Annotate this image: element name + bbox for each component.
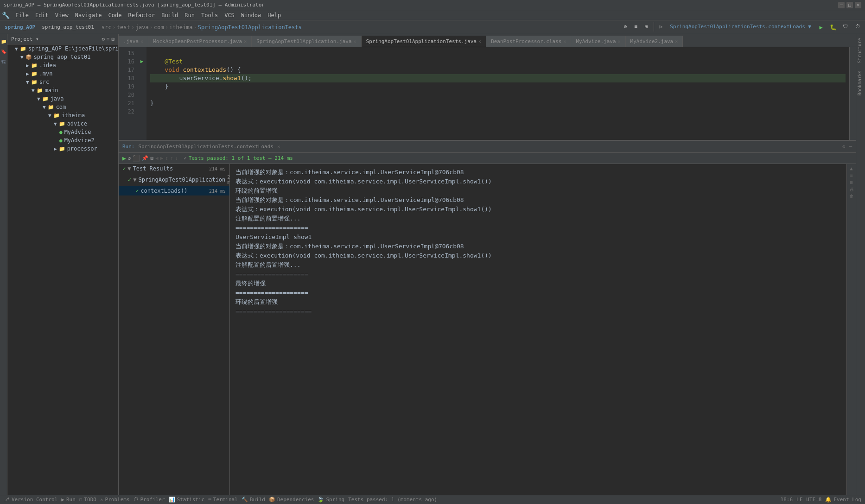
run-sidebar-icon-5[interactable]: 🗑 (849, 194, 854, 199)
run-btn[interactable]: ▶ (816, 22, 826, 32)
tab-advice2[interactable]: MyAdvice2.java × (626, 36, 683, 47)
run-sidebar-icon-1[interactable]: ▲ (850, 166, 852, 171)
run-settings-icon[interactable]: ⚙ (842, 144, 846, 150)
status-statistic[interactable]: 📊 Statistic (169, 497, 205, 503)
bookmark-icon[interactable]: 🔖 (0, 48, 7, 55)
project-tab-2[interactable]: spring_aop_test01 (39, 23, 97, 32)
run-pin-btn[interactable]: 📌 (142, 155, 148, 161)
tab-app[interactable]: SpringAopTest01Application.java × (252, 36, 361, 47)
tab-bpp[interactable]: BeanPostProcessor.class × (486, 36, 571, 47)
menu-vcs[interactable]: VCS (222, 11, 237, 19)
status-todo[interactable]: ☐ TODO (79, 497, 96, 503)
run-up-btn[interactable]: ↑ (170, 155, 173, 161)
run-play-btn[interactable]: ▶ (122, 155, 126, 162)
menu-run[interactable]: Run (182, 11, 197, 19)
tab-tests-close[interactable]: × (478, 39, 481, 44)
run-next-btn[interactable]: ▶ (160, 155, 164, 161)
menu-window[interactable]: Window (238, 11, 264, 19)
debug-btn[interactable]: 🐛 (828, 22, 838, 32)
tab-advice2-close[interactable]: × (675, 39, 678, 44)
run-stop-btn[interactable]: ⬛ (133, 155, 140, 162)
run-rerun-btn[interactable]: ↺ (128, 155, 131, 161)
status-build[interactable]: 🔨 Build (242, 497, 265, 503)
panel-list-icon[interactable]: ≡ (107, 36, 110, 42)
run-down-btn[interactable]: ↓ (175, 155, 178, 161)
menu-navigate[interactable]: Navigate (72, 11, 105, 19)
code-content[interactable]: @Test void contextLoads() { userService.… (146, 47, 849, 140)
profile-btn[interactable]: ⏱ (852, 22, 863, 32)
run-config-select[interactable]: SpringAopTest01ApplicationTests.contextL… (667, 22, 814, 32)
tab-app-close[interactable]: × (354, 39, 356, 44)
status-run-btn[interactable]: ▶ Run (61, 497, 76, 503)
status-problems[interactable]: ⚠ Problems (100, 497, 130, 503)
tree-advice[interactable]: ▼ 📁 advice (7, 120, 118, 128)
structure-tab[interactable]: Structure (856, 34, 865, 67)
tab-bpp-close[interactable]: × (563, 39, 566, 44)
tree-src[interactable]: ▼ 📁 src (7, 78, 118, 86)
run-sidebar-icon-4[interactable]: 🖨 (849, 187, 854, 192)
menu-refactor[interactable]: Refactor (125, 11, 158, 19)
project-tab-1[interactable]: spring_AOP (2, 23, 38, 32)
tree-myadvice2[interactable]: ● MyAdvice2 (7, 136, 118, 145)
test-method[interactable]: ✓ contextLoads() 214 ms (119, 186, 229, 195)
tab-advice1[interactable]: MyAdvice.java × (571, 36, 625, 47)
build-config-btn[interactable]: ▷ (657, 22, 666, 32)
menu-view[interactable]: View (52, 11, 71, 19)
editor-scrollbar[interactable] (849, 47, 856, 140)
tree-test01[interactable]: ▼ 📦 spring_aop_test01 (7, 53, 118, 61)
tree-spring-aop[interactable]: ▼ 📁 spring_AOP E:\jdeaFile\spring_AOP (7, 44, 118, 53)
settings-btn[interactable]: ⚙ (621, 22, 630, 32)
tree-myadvice[interactable]: ● MyAdvice (7, 128, 118, 136)
menu-code[interactable]: Code (106, 11, 125, 19)
status-profiler[interactable]: ⏱ Profiler (134, 497, 165, 503)
status-event-log[interactable]: 🔔 Event Log (825, 497, 861, 503)
maximize-btn[interactable]: □ (846, 2, 853, 8)
tab-mock[interactable]: MockAopBeanPostProcessor.java × (148, 36, 252, 47)
run-sidebar-icon-2[interactable]: ≡ (850, 173, 852, 178)
test-class[interactable]: ✓ ▼ SpringAopTest01Application 214 ms (119, 173, 229, 186)
list-btn[interactable]: ≡ (631, 22, 640, 32)
bookmarks-tab[interactable]: Bookmarks (856, 67, 865, 99)
tab-java-close[interactable]: × (140, 39, 143, 44)
run-close-tab[interactable]: × (277, 144, 280, 150)
run-filter-btn[interactable]: ⊞ (150, 155, 153, 161)
status-vcs[interactable]: ⎇ Version Control (4, 497, 57, 503)
run-sidebar-icon-3[interactable]: ⊞ (850, 180, 852, 185)
test-root[interactable]: ✓ ▼ Test Results 214 ms (119, 164, 229, 173)
tree-java[interactable]: ▼ 📁 java (7, 94, 118, 103)
status-terminal[interactable]: ⌨ Terminal (208, 497, 238, 503)
run-prev-btn[interactable]: ◀ (155, 155, 159, 161)
minimize-btn[interactable]: ─ (838, 2, 845, 8)
tree-com[interactable]: ▼ 📁 com (7, 103, 118, 111)
gear-btn[interactable]: ⊞ (642, 22, 651, 32)
panel-settings-icon[interactable]: ⚙ (102, 36, 105, 42)
panel-gear-icon[interactable]: ⊞ (111, 36, 114, 42)
tree-processor[interactable]: ▶ 📁 processor (7, 145, 118, 153)
status-spring[interactable]: 🍃 Spring (318, 497, 344, 503)
console-output[interactable]: 当前增强的对象是：com.itheima.service.impl.UserSe… (230, 164, 846, 495)
window-controls[interactable]: ─ □ ✕ (838, 2, 861, 8)
tree-idea[interactable]: ▶ 📁 .idea (7, 61, 118, 69)
status-dependencies[interactable]: 📦 Dependencies (269, 497, 314, 503)
run-minimize-icon[interactable]: ─ (849, 144, 852, 150)
coverage-btn[interactable]: 🛡 (840, 22, 851, 32)
tab-mock-close[interactable]: × (244, 39, 247, 44)
menu-tools[interactable]: Tools (198, 11, 221, 19)
tree-mvn[interactable]: ▶ 📁 .mvn (7, 69, 118, 78)
status-position[interactable]: 18:6 (781, 497, 793, 503)
menu-edit[interactable]: Edit (32, 11, 51, 19)
structure-icon[interactable]: 🏗 (0, 58, 7, 65)
tab-java[interactable]: .java × (119, 36, 148, 47)
status-encoding[interactable]: UTF-8 (806, 497, 821, 503)
menu-build[interactable]: Build (159, 11, 181, 19)
gutter-16-run[interactable]: ▶ (137, 57, 146, 66)
run-config-tab[interactable]: SpringAopTest01ApplicationTests.contextL… (139, 144, 273, 150)
menu-file[interactable]: File (13, 11, 32, 19)
menu-help[interactable]: Help (265, 11, 284, 19)
run-sort-btn[interactable]: ↕ (165, 155, 168, 161)
close-btn[interactable]: ✕ (855, 2, 861, 8)
tree-main[interactable]: ▼ 📁 main (7, 86, 118, 94)
status-lf[interactable]: LF (796, 497, 802, 503)
tab-tests[interactable]: SpringAopTest01ApplicationTests.java × (362, 36, 486, 47)
project-icon[interactable]: 📁 (0, 38, 7, 44)
